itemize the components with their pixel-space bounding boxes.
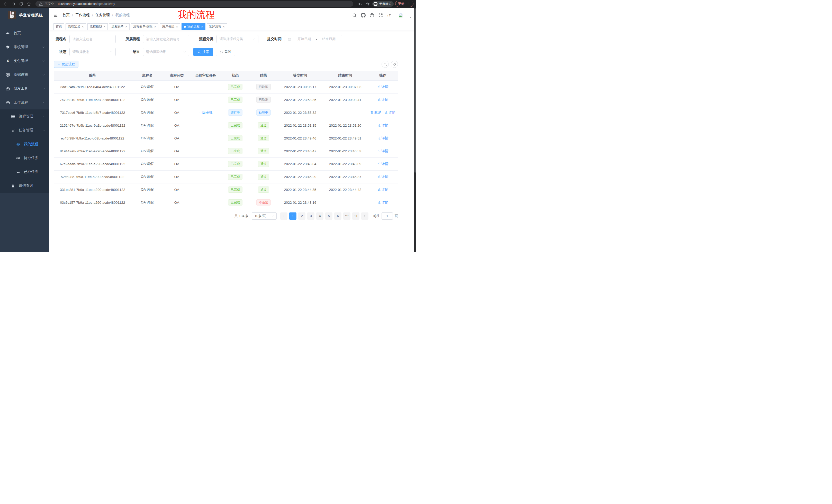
- pager-ellipsis[interactable]: •••: [343, 213, 350, 220]
- category-select[interactable]: 请选择流程分类: [216, 35, 258, 43]
- pager-page-4[interactable]: 4: [316, 213, 323, 220]
- column-header-结果: 结果: [250, 71, 278, 80]
- create-process-button[interactable]: 发起流程: [54, 61, 78, 68]
- sidebar-item-请假查询[interactable]: 请假查询: [0, 179, 49, 193]
- bookmark-star-button[interactable]: [365, 1, 371, 7]
- tab-close-icon[interactable]: ×: [223, 25, 225, 28]
- pager-page-6[interactable]: 6: [334, 213, 341, 220]
- pager-prev-button[interactable]: [280, 213, 287, 220]
- sidebar-item-已办任务[interactable]: 已办任务: [0, 165, 49, 179]
- cell-current-task: [190, 170, 221, 183]
- tab-流程表单-编辑[interactable]: 流程表单-编辑×: [131, 23, 159, 30]
- 详情-link[interactable]: 详情: [384, 110, 395, 115]
- pager-page-5[interactable]: 5: [325, 213, 333, 220]
- sidebar-item-系统管理[interactable]: 系统管理: [0, 40, 49, 54]
- pager-next-button[interactable]: [361, 213, 368, 220]
- tab-我的流程[interactable]: 我的流程×: [182, 23, 205, 30]
- breadcrumb-item-1[interactable]: 首页: [62, 13, 70, 18]
- sidebar-item-工作流程[interactable]: 工作流程: [0, 95, 49, 109]
- sidebar-item-流程管理[interactable]: 流程管理: [0, 109, 49, 123]
- browser-update-button[interactable]: 更新: [395, 1, 413, 7]
- 详情-link[interactable]: 详情: [378, 149, 389, 153]
- help-icon[interactable]: [369, 13, 374, 18]
- page-scrollbar[interactable]: [414, 8, 416, 252]
- sidebar-item-支付管理[interactable]: ¥支付管理: [0, 54, 49, 68]
- 详情-link[interactable]: 详情: [378, 97, 389, 102]
- page-unit-label: 页: [395, 214, 398, 218]
- user-avatar[interactable]: [396, 10, 406, 20]
- tab-close-icon[interactable]: ×: [81, 25, 84, 28]
- tab-用户分组[interactable]: 用户分组×: [160, 23, 180, 30]
- search-button[interactable]: 搜索: [193, 48, 213, 56]
- submit-time-range-picker[interactable]: 开始日期 - 结束日期: [285, 35, 342, 43]
- sidebar-item-任务管理[interactable]: 任务管理: [0, 123, 49, 137]
- pagination-total: 共 104 条: [234, 214, 249, 218]
- process-name-input[interactable]: [70, 35, 116, 43]
- browser-reload-button[interactable]: [18, 1, 24, 7]
- star-icon: [366, 2, 370, 6]
- 详情-link[interactable]: 详情: [378, 162, 389, 166]
- tab-label: 流程定义: [68, 24, 80, 29]
- status-badge: 已完成: [228, 174, 242, 180]
- password-key-button[interactable]: [357, 1, 363, 7]
- breadcrumb-item-2[interactable]: 工作流程: [75, 13, 90, 18]
- pager-page-1[interactable]: 1: [289, 213, 296, 220]
- tab-close-icon[interactable]: ×: [201, 25, 203, 28]
- pager-page-2[interactable]: 2: [298, 213, 306, 220]
- sidebar-item-待办任务[interactable]: 待办任务: [0, 151, 49, 165]
- sidebar-item-label: 请假查询: [19, 184, 33, 188]
- tab-发起流程[interactable]: 发起流程×: [207, 23, 227, 30]
- breadcrumb-item-3[interactable]: 任务管理: [95, 13, 110, 18]
- fullscreen-icon[interactable]: [378, 13, 383, 18]
- cell-process-name: OA 请假: [131, 196, 163, 209]
- tab-close-icon[interactable]: ×: [154, 25, 156, 28]
- 详情-link[interactable]: 详情: [378, 174, 389, 179]
- tab-流程模型[interactable]: 流程模型×: [87, 23, 108, 30]
- sidebar-item-基础设施[interactable]: 基础设施: [0, 68, 49, 82]
- sidebar-item-我的流程[interactable]: 我的流程: [0, 137, 49, 151]
- tab-close-icon[interactable]: ×: [176, 25, 178, 28]
- op-label: 详情: [389, 110, 395, 115]
- goto-page-input[interactable]: [382, 213, 393, 220]
- 详情-link[interactable]: 详情: [378, 123, 389, 128]
- browser-home-button[interactable]: [26, 1, 32, 7]
- row-operations: 详情: [378, 200, 389, 205]
- table-row: 7317cec6-7b9b-11ec-b5b7-acde48001122OA 请…: [54, 106, 398, 119]
- sidebar-item-label: 我的流程: [24, 142, 38, 146]
- process-def-input[interactable]: [143, 35, 189, 43]
- browser-forward-button[interactable]: [10, 1, 17, 7]
- pager-page-3[interactable]: 3: [307, 213, 314, 220]
- tab-流程定义[interactable]: 流程定义×: [66, 23, 86, 30]
- edit-icon: [378, 123, 381, 127]
- pager-page-11[interactable]: 11: [352, 213, 359, 220]
- 详情-link[interactable]: 详情: [378, 85, 389, 89]
- tab-close-icon[interactable]: ×: [103, 25, 106, 28]
- status-select[interactable]: 请选择状态: [70, 48, 116, 56]
- page-size-select[interactable]: 10条/页: [252, 213, 277, 220]
- tab-首页[interactable]: 首页: [53, 23, 64, 30]
- refresh-table-button[interactable]: [391, 61, 398, 68]
- browser-back-button[interactable]: [3, 1, 9, 7]
- sidebar-collapse-button[interactable]: [53, 13, 58, 18]
- reset-button[interactable]: 重置: [216, 48, 235, 56]
- 详情-link[interactable]: 详情: [378, 200, 389, 205]
- sidebar-item-研发工具[interactable]: 研发工具: [0, 82, 49, 95]
- tab-close-icon[interactable]: ×: [125, 25, 127, 28]
- sidebar-item-首页[interactable]: 首页: [0, 26, 49, 40]
- 详情-link[interactable]: 详情: [378, 187, 389, 192]
- current-task-link[interactable]: 一级审批: [199, 110, 213, 115]
- avatar-dropdown-caret-icon[interactable]: [409, 16, 412, 19]
- key-icon: [358, 2, 362, 6]
- 取消-link[interactable]: 取消: [370, 110, 381, 115]
- app-logo[interactable]: 芋道管理系统: [0, 8, 49, 23]
- search-icon[interactable]: [352, 13, 357, 18]
- font-size-icon[interactable]: TT: [387, 13, 392, 18]
- result-select[interactable]: 请选择流结果: [143, 48, 189, 56]
- 详情-link[interactable]: 详情: [378, 136, 389, 141]
- browser-menu-icon[interactable]: [407, 2, 411, 6]
- address-bar[interactable]: 不安全 dashboard.yudao.iocoder.cn/bpm/task/…: [35, 1, 353, 7]
- toggle-search-button[interactable]: [382, 61, 389, 68]
- github-icon[interactable]: [361, 13, 366, 18]
- tab-流程表单[interactable]: 流程表单×: [109, 23, 130, 30]
- scrollbar-thumb[interactable]: [414, 8, 416, 173]
